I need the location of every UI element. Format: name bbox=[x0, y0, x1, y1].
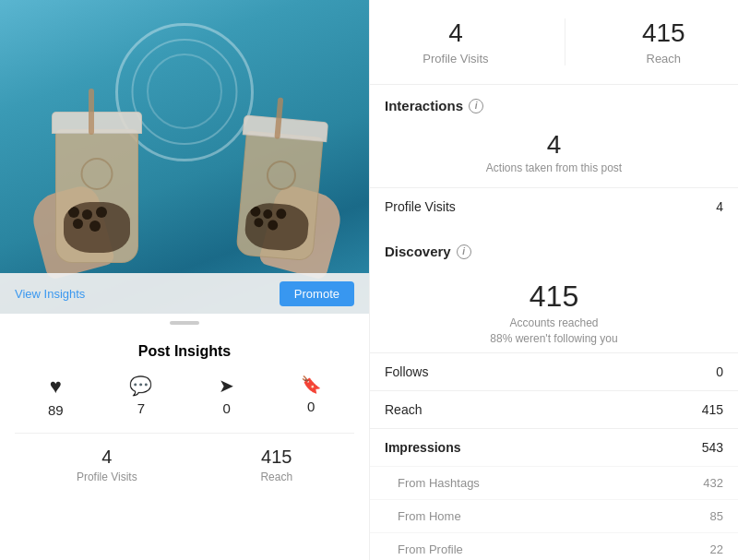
comment-icon: 💬 bbox=[129, 375, 152, 397]
impressions-row: Impressions 543 bbox=[370, 428, 738, 466]
interactions-label: Actions taken from this post bbox=[385, 161, 723, 174]
from-profile-value: 22 bbox=[710, 542, 723, 556]
follows-label: Follows bbox=[385, 364, 428, 379]
post-image: View Insights Promote bbox=[0, 0, 369, 314]
interactions-center-metric: 4 Actions taken from this post bbox=[370, 123, 738, 187]
discovery-center-metric: 415 Accounts reached88% weren't followin… bbox=[370, 268, 738, 352]
from-hashtags-row: From Hashtags 432 bbox=[370, 466, 738, 499]
reach-row-value: 415 bbox=[702, 402, 723, 417]
reach-stat: 415 Reach bbox=[260, 447, 292, 483]
likes-value: 89 bbox=[48, 402, 64, 418]
reach-row: Reach 415 bbox=[370, 390, 738, 428]
from-profile-label: From Profile bbox=[398, 542, 463, 556]
metrics-divider bbox=[565, 18, 565, 66]
image-actions: View Insights Promote bbox=[0, 273, 369, 314]
reach-label: Reach bbox=[260, 471, 292, 483]
interactions-header: Interactions i bbox=[370, 85, 738, 123]
from-hashtags-value: 432 bbox=[703, 476, 723, 490]
scroll-dot bbox=[170, 321, 199, 325]
save-icon: 🔖 bbox=[301, 375, 321, 395]
profile-visits-number: 4 bbox=[101, 447, 112, 468]
post-insights-section: Post Insights ♥ 89 💬 7 ➤ 0 🔖 0 4 Profi bbox=[0, 332, 369, 498]
comments-stat: 💬 7 bbox=[129, 375, 152, 418]
profile-visits-stat: 4 Profile Visits bbox=[77, 447, 137, 483]
top-reach: 415 Reach bbox=[642, 18, 685, 66]
share-icon: ➤ bbox=[219, 375, 234, 397]
promote-button[interactable]: Promote bbox=[280, 281, 354, 306]
interactions-info-icon[interactable]: i bbox=[469, 99, 483, 113]
profile-visits-label: Profile Visits bbox=[77, 471, 137, 483]
discovery-title: Discovery bbox=[385, 244, 451, 259]
follows-value: 0 bbox=[716, 364, 723, 379]
profile-visits-row-label: Profile Visits bbox=[385, 199, 456, 214]
likes-stat: ♥ 89 bbox=[48, 375, 64, 418]
interactions-title: Interactions bbox=[385, 98, 463, 113]
top-profile-visits-label: Profile Visits bbox=[423, 52, 488, 66]
from-home-row: From Home 85 bbox=[370, 499, 738, 532]
scroll-indicator bbox=[0, 314, 369, 332]
shares-stat: ➤ 0 bbox=[219, 375, 234, 418]
heart-icon: ♥ bbox=[50, 375, 62, 399]
top-metrics: 4 Profile Visits 415 Reach bbox=[370, 0, 738, 85]
profile-visits-row: Profile Visits 4 bbox=[370, 187, 738, 225]
comments-value: 7 bbox=[137, 400, 145, 416]
from-home-label: From Home bbox=[398, 509, 461, 523]
discovery-header: Discovery i bbox=[370, 231, 738, 268]
from-hashtags-label: From Hashtags bbox=[398, 476, 480, 490]
discovery-sublabel: Accounts reached88% weren't following yo… bbox=[385, 316, 723, 347]
saves-value: 0 bbox=[307, 399, 315, 414]
reach-number: 415 bbox=[261, 447, 292, 468]
view-insights-button[interactable]: View Insights bbox=[15, 287, 85, 301]
top-reach-label: Reach bbox=[647, 52, 682, 66]
top-profile-visits: 4 Profile Visits bbox=[423, 18, 488, 66]
reach-row-label: Reach bbox=[385, 402, 422, 417]
interactions-number: 4 bbox=[385, 130, 723, 160]
image-overlay bbox=[0, 0, 369, 314]
discovery-info-icon[interactable]: i bbox=[457, 244, 471, 259]
left-panel: View Insights Promote Post Insights ♥ 89… bbox=[0, 0, 369, 560]
top-reach-number: 415 bbox=[642, 18, 685, 48]
discovery-number: 415 bbox=[385, 280, 723, 314]
follows-row: Follows 0 bbox=[370, 352, 738, 390]
post-insights-title: Post Insights bbox=[15, 343, 354, 360]
stats-row: ♥ 89 💬 7 ➤ 0 🔖 0 bbox=[15, 375, 354, 418]
impressions-value: 543 bbox=[702, 440, 723, 455]
impressions-label: Impressions bbox=[385, 440, 460, 455]
shares-value: 0 bbox=[223, 400, 231, 416]
right-panel: 4 Profile Visits 415 Reach Interactions … bbox=[369, 0, 738, 560]
saves-stat: 🔖 0 bbox=[301, 375, 321, 418]
from-home-value: 85 bbox=[710, 509, 723, 523]
from-profile-row: From Profile 22 bbox=[370, 532, 738, 560]
top-profile-visits-number: 4 bbox=[448, 18, 463, 48]
profile-visits-row-value: 4 bbox=[716, 199, 723, 214]
bottom-stats-row: 4 Profile Visits 415 Reach bbox=[15, 433, 354, 483]
